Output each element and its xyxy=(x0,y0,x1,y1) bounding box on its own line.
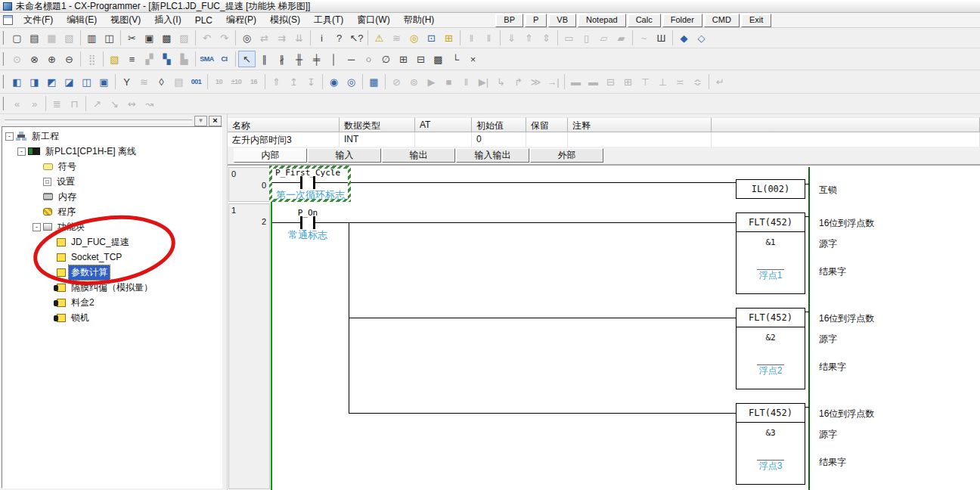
table-cell-1[interactable]: INT xyxy=(340,132,415,147)
flt-block-1[interactable]: FLT(452)&1浮点1 xyxy=(736,212,805,294)
new-closed-instruction-button[interactable]: ⊟ xyxy=(412,51,430,67)
close-icon[interactable]: × xyxy=(209,116,222,126)
force-set-button[interactable]: ↥ xyxy=(285,73,302,90)
quick-button-cmd[interactable]: CMD xyxy=(704,14,740,27)
new-vertical-line-button[interactable]: │ xyxy=(325,51,343,67)
align-rungs-button[interactable]: ≣ xyxy=(48,95,66,112)
run-debug-button[interactable]: ▶ xyxy=(423,73,440,90)
redo-button[interactable]: ↷ xyxy=(216,29,233,46)
select-mode-button[interactable]: ↖ xyxy=(238,51,256,67)
toggle-project-workspace-button[interactable]: ◧ xyxy=(8,73,26,90)
menu-item-9[interactable]: 帮助(H) xyxy=(397,12,442,28)
tab-2[interactable]: 输出 xyxy=(382,148,455,163)
zoom-in-button[interactable]: ⊕ xyxy=(43,51,60,67)
new-closed-contact-button[interactable]: ∦ xyxy=(273,51,290,67)
find-button[interactable]: ◎ xyxy=(238,29,256,46)
new-contact-button[interactable]: ∥ xyxy=(256,51,273,67)
io-break-2-button[interactable]: ▬ xyxy=(585,73,602,90)
menu-item-0[interactable]: 文件(F) xyxy=(17,12,60,28)
indent-rung-button[interactable]: » xyxy=(26,95,43,112)
about-button[interactable]: i xyxy=(313,29,330,46)
monitor-test-button[interactable]: ◎ xyxy=(343,73,360,90)
save-button[interactable]: ▦ xyxy=(43,29,60,46)
force-off-button[interactable]: ↘ xyxy=(106,95,123,112)
tab-3[interactable]: 输入输出 xyxy=(456,148,529,163)
io-break-4-button[interactable]: ⊞ xyxy=(619,73,637,90)
toolbar-grip[interactable] xyxy=(2,52,6,66)
ci-library-button[interactable]: CI xyxy=(216,51,233,67)
tree-item-1[interactable]: -新PLC1[CP1H-E] 离线 xyxy=(2,144,222,159)
time-chart-monitor-button[interactable]: Ш xyxy=(653,29,670,46)
differential-up-button[interactable]: ⊤ xyxy=(637,73,654,90)
address-reference-button[interactable]: ◫ xyxy=(78,73,95,90)
set-value-button[interactable]: ⇑ xyxy=(268,73,285,90)
work-online-simulator-button[interactable]: ⊞ xyxy=(440,29,457,46)
fb-instance-button[interactable]: Y xyxy=(118,73,135,90)
tab-1[interactable]: 输入 xyxy=(308,148,381,163)
flt-block-2[interactable]: FLT(452)&2浮点2 xyxy=(736,308,805,389)
compare-with-plc-button[interactable]: ⇕ xyxy=(538,29,555,46)
new-inverted-instruction-button[interactable]: ▩ xyxy=(430,51,447,67)
continuous-step-button[interactable]: ≫ xyxy=(527,73,544,90)
table-cell-0[interactable]: 左升内部时间3 xyxy=(228,132,340,147)
paste-program-button[interactable]: ▨ xyxy=(175,29,193,46)
ladder-editor[interactable]: 0 0 1 2 P_First_Cycle 第一次循环标志 P_On xyxy=(228,164,980,490)
force-on-button[interactable]: ↗ xyxy=(88,95,106,112)
quick-button-folder[interactable]: Folder xyxy=(662,14,702,27)
new-line-connect-button[interactable]: └ xyxy=(447,51,464,67)
new-or-contact-button[interactable]: ╫ xyxy=(290,51,308,67)
menu-item-8[interactable]: 窗口(W) xyxy=(350,12,396,28)
new-closed-coil-button[interactable]: ∅ xyxy=(377,51,395,67)
table-cell-4[interactable] xyxy=(526,132,568,147)
replace-button[interactable]: ⇄ xyxy=(256,29,273,46)
pause-monitoring-button[interactable]: ⊘ xyxy=(388,73,405,90)
tree-item-0[interactable]: -新工程 xyxy=(2,129,222,144)
differential-down-button[interactable]: ⊥ xyxy=(654,73,671,90)
zoom-custom-button[interactable]: ⊗ xyxy=(26,51,43,67)
tree-item-9[interactable]: 参数计算 xyxy=(2,265,222,280)
tree-expander-icon[interactable]: - xyxy=(33,223,41,231)
grid-button[interactable]: ⣿ xyxy=(83,51,101,67)
run-to-cursor-button[interactable]: →| xyxy=(544,73,562,90)
force-cancel-button[interactable]: ↭ xyxy=(123,95,141,112)
monitor-mode-button[interactable]: ▱ xyxy=(595,29,612,46)
menu-item-4[interactable]: PLC xyxy=(188,14,219,27)
quick-button-bp[interactable]: BP xyxy=(495,14,523,27)
table-cell-6[interactable] xyxy=(712,132,980,147)
tree-expander-icon[interactable]: - xyxy=(5,132,14,141)
new-instruction-button[interactable]: ⊞ xyxy=(395,51,412,67)
unindent-rung-button[interactable]: « xyxy=(8,95,26,112)
tab-4[interactable]: 外部 xyxy=(530,148,603,163)
display-decimal-button[interactable]: 10 xyxy=(210,73,228,90)
toggle-output-window-button[interactable]: ◨ xyxy=(26,73,43,90)
run-mode-button[interactable]: ▰ xyxy=(612,29,630,46)
release-password-button[interactable]: ◇ xyxy=(693,29,710,46)
toolbar-grip[interactable] xyxy=(2,75,6,88)
rung-1-margin[interactable]: 1 2 xyxy=(228,203,270,489)
menu-item-1[interactable]: 编辑(E) xyxy=(60,12,104,28)
return-to-start-button[interactable]: ↵ xyxy=(712,73,729,90)
new-horizontal-line-button[interactable]: ─ xyxy=(343,51,360,67)
new-button[interactable]: ▢ xyxy=(8,29,26,46)
program-mode-button[interactable]: ▭ xyxy=(560,29,578,46)
save-as-button[interactable]: ▧ xyxy=(60,29,78,46)
replace-address-button[interactable]: ⇊ xyxy=(290,29,308,46)
monitor-binary-button[interactable]: 001 xyxy=(188,73,205,90)
io-break-1-button[interactable]: ▬ xyxy=(567,73,585,90)
fb-protect-button[interactable]: ◊ xyxy=(153,73,170,90)
show-program-comments-button[interactable]: ▞ xyxy=(141,51,158,67)
table-cell-3[interactable]: 0 xyxy=(472,132,526,147)
contact-p-on[interactable] xyxy=(300,216,315,229)
menu-item-5[interactable]: 编程(P) xyxy=(219,12,263,28)
fb-io-table-button[interactable]: ≋ xyxy=(135,73,153,90)
open-button[interactable]: ▤ xyxy=(26,29,43,46)
tree-item-3[interactable]: 设置 xyxy=(2,174,222,189)
display-hex-button[interactable]: 16 xyxy=(245,73,262,90)
tree-item-4[interactable]: 内存 xyxy=(2,189,222,204)
menu-item-2[interactable]: 视图(V) xyxy=(104,12,147,28)
flt-block-3[interactable]: FLT(452)&3浮点3 xyxy=(736,403,805,485)
pause-debug-button[interactable]: ‖ xyxy=(457,73,475,90)
menu-item-3[interactable]: 插入(I) xyxy=(147,12,188,28)
new-closed-or-contact-button[interactable]: ╪ xyxy=(308,51,325,67)
transfer-from-plc-button[interactable]: ⇑ xyxy=(520,29,538,46)
